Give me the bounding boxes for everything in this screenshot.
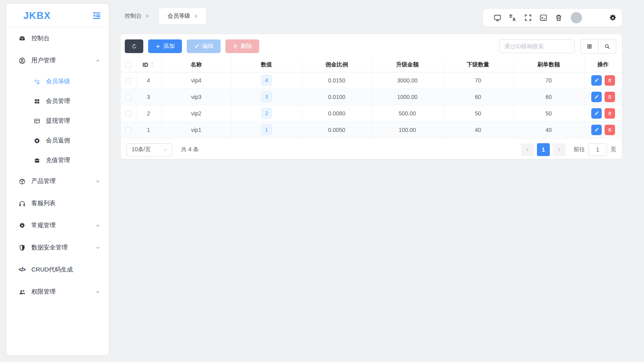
column-settings-button[interactable] xyxy=(580,39,599,53)
shield-icon xyxy=(19,244,26,251)
grid-icon xyxy=(586,43,592,49)
page-unit-label: 页 xyxy=(611,146,616,153)
row-checkbox[interactable] xyxy=(126,78,131,84)
tab-item[interactable]: 控制台× xyxy=(121,8,153,24)
data-table: ID名称数值佣金比例升级金额下级数量刷单数额操作4vip440.01503000… xyxy=(121,58,622,138)
sidebar-item[interactable]: 用户管理 xyxy=(6,49,109,72)
edit-button[interactable]: 编辑 xyxy=(187,39,221,53)
cell-id: 1 xyxy=(136,121,161,138)
delete-button[interactable]: 删除 xyxy=(225,39,259,53)
cell-upgrade-amount: 3000.00 xyxy=(372,72,443,88)
translate-icon: 文A xyxy=(509,14,517,22)
life-ring-icon xyxy=(34,138,40,144)
tab-active[interactable]: 会员等级× xyxy=(159,8,206,24)
cell-subordinates: 50 xyxy=(443,105,513,121)
cell-name: vip2 xyxy=(161,105,231,121)
cell-id: 3 xyxy=(136,88,161,105)
sidebar-subitem[interactable]: 会员管理 xyxy=(6,91,109,111)
sidebar-subitem[interactable]: 充值管理 xyxy=(6,150,109,170)
column-header-id: ID xyxy=(136,58,161,72)
sidebar-item[interactable]: 控制台 xyxy=(6,27,109,49)
row-delete-button[interactable] xyxy=(605,125,615,135)
fullscreen-icon xyxy=(524,14,532,22)
column-header: 名称 xyxy=(161,58,231,72)
row-checkbox[interactable] xyxy=(126,128,131,133)
cell-name: vip3 xyxy=(161,88,231,105)
row-edit-button[interactable] xyxy=(591,75,602,86)
svg-text:文: 文 xyxy=(509,14,513,18)
cell-brush-amount: 70 xyxy=(513,72,584,88)
close-icon[interactable]: × xyxy=(146,13,149,19)
cell-actions xyxy=(584,105,622,121)
sidebar-collapse-icon[interactable] xyxy=(92,11,101,21)
row-edit-button[interactable] xyxy=(591,125,602,135)
page-size-select[interactable]: 10条/页 xyxy=(126,143,172,156)
sidebar-subitem[interactable]: 会员返佣 xyxy=(6,131,109,150)
search-input[interactable] xyxy=(499,39,575,53)
sidebar-item[interactable]: 数据安全管理 xyxy=(6,237,109,259)
sidebar-item[interactable]: 客服列表 xyxy=(6,192,109,214)
sidebar-item[interactable]: 权限管理 xyxy=(6,281,109,303)
trash-icon xyxy=(233,44,238,49)
pager: 1 前往 页 xyxy=(521,143,616,156)
refresh-icon xyxy=(131,43,137,49)
chevron-down-icon xyxy=(95,223,101,228)
row-delete-button[interactable] xyxy=(605,108,615,119)
add-button[interactable]: 添加 xyxy=(148,39,182,53)
sidebar-item[interactable]: 常规管理 xyxy=(6,214,109,237)
row-delete-button[interactable] xyxy=(605,75,615,86)
goto-label: 前往 xyxy=(574,146,585,153)
sidebar-item[interactable]: 产品管理 xyxy=(6,170,109,192)
sidebar-header: JKBX xyxy=(6,4,109,27)
gears-icon xyxy=(19,222,26,229)
column-header: 刷单数额 xyxy=(513,58,584,72)
next-page-button[interactable] xyxy=(553,143,566,156)
table-tools-group xyxy=(580,39,616,53)
cell-commission: 0.0150 xyxy=(301,72,372,88)
row-edit-button[interactable] xyxy=(591,92,602,102)
cell-value: 1 xyxy=(231,121,301,138)
monitor-icon xyxy=(493,14,502,22)
select-all-cell xyxy=(121,58,136,72)
cell-commission: 0.0100 xyxy=(301,88,372,105)
chevron-right-icon xyxy=(557,147,561,152)
row-checkbox[interactable] xyxy=(126,111,131,117)
avatar[interactable] xyxy=(571,12,582,23)
table-row: 4vip440.01503000.007070 xyxy=(121,72,622,88)
topbar-icon-group: 文A xyxy=(486,14,563,22)
code-icon: </> xyxy=(19,266,26,274)
column-header: 下级数量 xyxy=(443,58,513,72)
cell-actions xyxy=(584,88,622,105)
value-badge: 4 xyxy=(261,75,271,86)
settings-gear-icon[interactable] xyxy=(609,14,617,22)
close-icon[interactable]: × xyxy=(194,13,197,19)
chevron-down-icon xyxy=(95,179,101,184)
prev-page-button[interactable] xyxy=(521,143,534,156)
plus-icon xyxy=(155,44,161,49)
current-page-button[interactable]: 1 xyxy=(537,143,550,156)
credit-card-icon xyxy=(34,118,40,124)
sidebar-subitem[interactable]: 提现管理 xyxy=(6,111,109,131)
refresh-button[interactable] xyxy=(125,39,143,53)
table-row: 2vip220.0080500.005050 xyxy=(121,105,622,121)
select-all-checkbox[interactable] xyxy=(126,62,131,68)
search-icon xyxy=(604,43,610,49)
goto-page-input[interactable] xyxy=(588,143,607,156)
row-select-cell xyxy=(121,105,136,121)
row-delete-button[interactable] xyxy=(605,92,615,102)
row-edit-button[interactable] xyxy=(591,108,602,119)
cell-commission: 0.0050 xyxy=(301,121,372,138)
sidebar-item[interactable]: </>CRUD代码生成 xyxy=(6,259,109,281)
column-header: 佣金比例 xyxy=(301,58,372,72)
cell-actions xyxy=(584,72,622,88)
column-header: 操作 xyxy=(584,58,622,72)
dashboard-icon xyxy=(19,35,26,42)
search-button[interactable] xyxy=(598,39,616,53)
terminal-icon xyxy=(539,14,547,22)
sidebar-subitem[interactable]: 会员等级 xyxy=(6,72,109,91)
cell-name: vip1 xyxy=(161,121,231,138)
pencil-icon xyxy=(194,44,199,49)
sort-icon[interactable] xyxy=(150,62,155,68)
cell-value: 2 xyxy=(231,105,301,121)
row-checkbox[interactable] xyxy=(126,95,131,100)
